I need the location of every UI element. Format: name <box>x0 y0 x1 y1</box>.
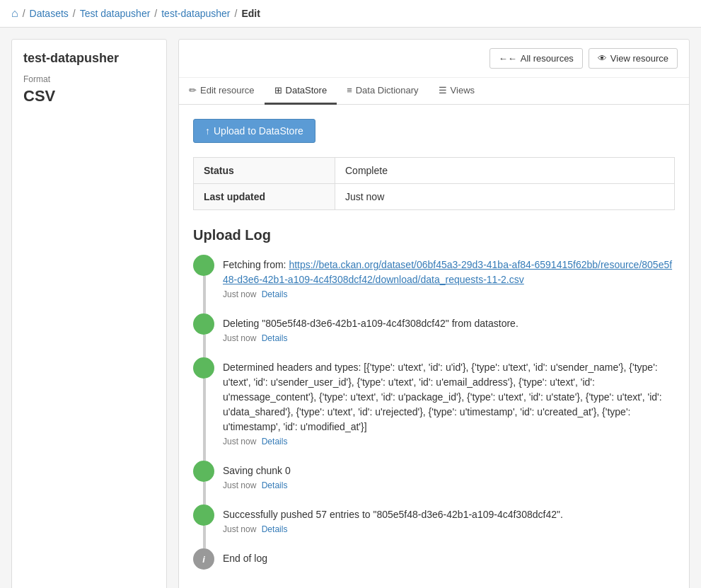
log-message-4: Saving chunk 0 <box>223 463 675 478</box>
log-content-4: Saving chunk 0 Just now Details <box>223 461 675 490</box>
sidebar-format-label: Format <box>23 74 155 84</box>
log-details-link-2[interactable]: Details <box>262 333 288 343</box>
log-details-link-5[interactable]: Details <box>262 524 288 534</box>
eye-icon: 👁 <box>598 53 607 64</box>
breadcrumb-home[interactable] <box>11 7 18 20</box>
upload-icon: ↑ <box>205 125 210 137</box>
breadcrumb-datasets[interactable]: Datasets <box>30 8 69 19</box>
log-message-1: Fetching from: https://beta.ckan.org/dat… <box>223 258 675 287</box>
dict-icon: ≡ <box>347 85 352 96</box>
breadcrumb-current: Edit <box>241 8 260 19</box>
log-dot-3 <box>193 357 214 379</box>
panel-top-bar: ← All resources 👁 View resource <box>179 40 689 78</box>
breadcrumb-test-datapusher-link[interactable]: test-datapusher <box>161 8 230 19</box>
home-icon <box>11 7 18 19</box>
log-dot-1 <box>193 255 214 276</box>
log-content-3: Determined headers and types: [{'type': … <box>223 357 675 446</box>
tabs-bar: ✏ Edit resource ⊞ DataStore ≡ Data Dicti… <box>179 78 689 105</box>
right-panel: ← All resources 👁 View resource ✏ Edit r… <box>178 39 690 588</box>
log-meta-2: Just now Details <box>223 333 675 343</box>
log-details-link-1[interactable]: Details <box>262 289 288 299</box>
upload-log: Upload Log Fetching from: https://beta.c… <box>193 227 675 570</box>
status-value: Complete <box>335 158 675 184</box>
tab-datastore[interactable]: ⊞ DataStore <box>265 78 337 105</box>
log-message-3: Determined headers and types: [{'type': … <box>223 360 675 434</box>
view-resource-button[interactable]: 👁 View resource <box>589 48 678 69</box>
log-meta-4: Just now Details <box>223 480 675 490</box>
page-wrapper: / Datasets / Test datapusher / test-data… <box>0 0 701 588</box>
log-link-1[interactable]: https://beta.ckan.org/dataset/06bf45a3-2… <box>223 259 672 285</box>
log-meta-1: Just now Details <box>223 289 675 299</box>
tab-edit-resource[interactable]: ✏ Edit resource <box>179 78 265 105</box>
arrow-left-icon: ← <box>499 53 517 64</box>
table-row: Last updated Just now <box>194 184 675 210</box>
sidebar-format-value: CSV <box>23 87 155 105</box>
log-title: Upload Log <box>193 227 675 243</box>
status-table: Status Complete Last updated Just now <box>193 157 675 210</box>
table-row: Status Complete <box>194 158 675 184</box>
edit-icon: ✏ <box>189 85 197 96</box>
datastore-icon: ⊞ <box>274 85 282 96</box>
log-content-2: Deleting "805e5f48-d3e6-42b1-a109-4c4f30… <box>223 313 675 343</box>
tab-views[interactable]: ☰ Views <box>429 78 485 105</box>
log-meta-3: Just now Details <box>223 437 675 446</box>
panel-body: ↑ Upload to DataStore Status Complete La… <box>179 105 689 588</box>
log-dot-end: i <box>193 548 214 570</box>
log-message-end: End of log <box>223 551 675 566</box>
log-entry-end: i End of log <box>193 548 675 570</box>
log-list: Fetching from: https://beta.ckan.org/dat… <box>193 255 675 570</box>
log-content-1: Fetching from: https://beta.ckan.org/dat… <box>223 255 675 299</box>
tab-data-dictionary[interactable]: ≡ Data Dictionary <box>337 78 428 105</box>
status-label: Status <box>194 158 335 184</box>
upload-to-datastore-button[interactable]: ↑ Upload to DataStore <box>193 119 315 143</box>
log-dot-5 <box>193 505 214 526</box>
log-content-end: End of log <box>223 548 675 568</box>
log-entry: Determined headers and types: [{'type': … <box>193 357 675 446</box>
last-updated-label: Last updated <box>194 184 335 210</box>
log-details-link-3[interactable]: Details <box>262 437 288 446</box>
log-entry: Successfully pushed 57 entries to "805e5… <box>193 505 675 534</box>
log-entry: Saving chunk 0 Just now Details <box>193 461 675 490</box>
main-content: test-datapusher Format CSV ← All resourc… <box>0 28 701 588</box>
log-entry: Fetching from: https://beta.ckan.org/dat… <box>193 255 675 299</box>
log-message-5: Successfully pushed 57 entries to "805e5… <box>223 507 675 522</box>
log-entry: Deleting "805e5f48-d3e6-42b1-a109-4c4f30… <box>193 313 675 343</box>
views-icon: ☰ <box>439 85 447 96</box>
breadcrumb: / Datasets / Test datapusher / test-data… <box>0 0 701 28</box>
last-updated-value: Just now <box>335 184 675 210</box>
log-message-2: Deleting "805e5f48-d3e6-42b1-a109-4c4f30… <box>223 316 675 331</box>
log-dot-2 <box>193 313 214 335</box>
log-content-5: Successfully pushed 57 entries to "805e5… <box>223 505 675 534</box>
info-icon: i <box>202 554 205 565</box>
all-resources-button[interactable]: ← All resources <box>489 48 583 69</box>
sidebar: test-datapusher Format CSV <box>11 39 167 588</box>
sidebar-title: test-datapusher <box>23 51 155 66</box>
log-dot-4 <box>193 461 214 482</box>
log-details-link-4[interactable]: Details <box>262 480 288 490</box>
log-meta-5: Just now Details <box>223 524 675 534</box>
breadcrumb-test-datapusher[interactable]: Test datapusher <box>80 8 151 19</box>
